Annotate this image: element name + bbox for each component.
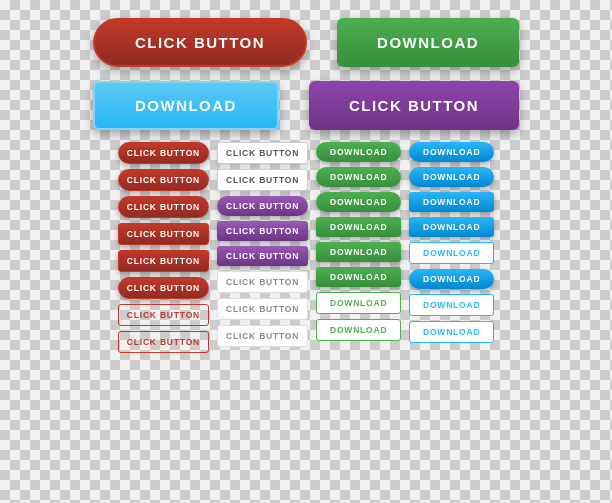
sm-blue-rect-1[interactable]: DOWNLOAD (409, 192, 494, 212)
sm-red-pill-3[interactable]: CLICK BUTTON (118, 196, 209, 218)
sm-red-flat-1[interactable]: CLICK BUTTON (118, 304, 209, 326)
large-download-button-blue[interactable]: DOWNLOAD (93, 81, 279, 130)
sm-gray-flat-1[interactable]: CLICK BUTTON (217, 271, 308, 293)
sm-blue-pill-1[interactable]: DOWNLOAD (409, 142, 494, 162)
sm-blue-flat-2[interactable]: DOWNLOAD (409, 294, 494, 316)
sm-blue-rect-2[interactable]: DOWNLOAD (409, 217, 494, 237)
small-col-gray: CLICK BUTTON CLICK BUTTON CLICK BUTTON C… (217, 142, 308, 353)
large-download-button-green[interactable]: DOWNLOAD (337, 18, 519, 67)
large-buttons-row2: DOWNLOAD CLICK BUTTON (20, 81, 592, 130)
sm-green-rect-2[interactable]: DOWNLOAD (316, 242, 401, 262)
sm-blue-flat-1[interactable]: DOWNLOAD (409, 242, 494, 264)
sm-blue-flat-3[interactable]: DOWNLOAD (409, 321, 494, 343)
sm-green-rect-3[interactable]: DOWNLOAD (316, 267, 401, 287)
small-buttons-grid: CLICK BUTTON CLICK BUTTON CLICK BUTTON C… (20, 142, 592, 353)
sm-green-rect-1[interactable]: DOWNLOAD (316, 217, 401, 237)
sm-red-pill-4[interactable]: CLICK BUTTON (118, 277, 209, 299)
sm-red-rect-1[interactable]: CLICK BUTTON (118, 223, 209, 245)
small-col-red: CLICK BUTTON CLICK BUTTON CLICK BUTTON C… (118, 142, 209, 353)
sm-gray-flat-2[interactable]: CLICK BUTTON (217, 298, 308, 320)
large-click-button-purple[interactable]: CLICK BUTTON (309, 81, 519, 130)
sm-red-rect-2[interactable]: CLICK BUTTON (118, 250, 209, 272)
sm-purple-pill-1[interactable]: CLICK BUTTON (217, 196, 308, 216)
main-container: CLICK BUTTON DOWNLOAD DOWNLOAD CLICK BUT… (0, 0, 612, 503)
sm-green-pill-3[interactable]: DOWNLOAD (316, 192, 401, 212)
sm-purple-rect-2[interactable]: CLICK BUTTON (217, 246, 308, 266)
sm-blue-pill-2[interactable]: DOWNLOAD (409, 167, 494, 187)
sm-blue-pill-3[interactable]: DOWNLOAD (409, 269, 494, 289)
sm-gray-flat-3[interactable]: CLICK BUTTON (217, 325, 308, 347)
sm-gray-2[interactable]: CLICK BUTTON (217, 169, 308, 191)
sm-red-flat-2[interactable]: CLICK BUTTON (118, 331, 209, 353)
sm-red-pill-2[interactable]: CLICK BUTTON (118, 169, 209, 191)
large-click-button-red[interactable]: CLICK BUTTON (93, 18, 307, 67)
sm-red-pill-1[interactable]: CLICK BUTTON (118, 142, 209, 164)
sm-purple-rect-1[interactable]: CLICK BUTTON (217, 221, 308, 241)
sm-green-flat-2[interactable]: DOWNLOAD (316, 319, 401, 341)
sm-gray-1[interactable]: CLICK BUTTON (217, 142, 308, 164)
sm-green-flat-1[interactable]: DOWNLOAD (316, 292, 401, 314)
small-col-green: DOWNLOAD DOWNLOAD DOWNLOAD DOWNLOAD DOWN… (316, 142, 401, 353)
large-buttons-row1: CLICK BUTTON DOWNLOAD (20, 18, 592, 67)
sm-green-pill-1[interactable]: DOWNLOAD (316, 142, 401, 162)
small-col-blue: DOWNLOAD DOWNLOAD DOWNLOAD DOWNLOAD DOWN… (409, 142, 494, 353)
sm-green-pill-2[interactable]: DOWNLOAD (316, 167, 401, 187)
